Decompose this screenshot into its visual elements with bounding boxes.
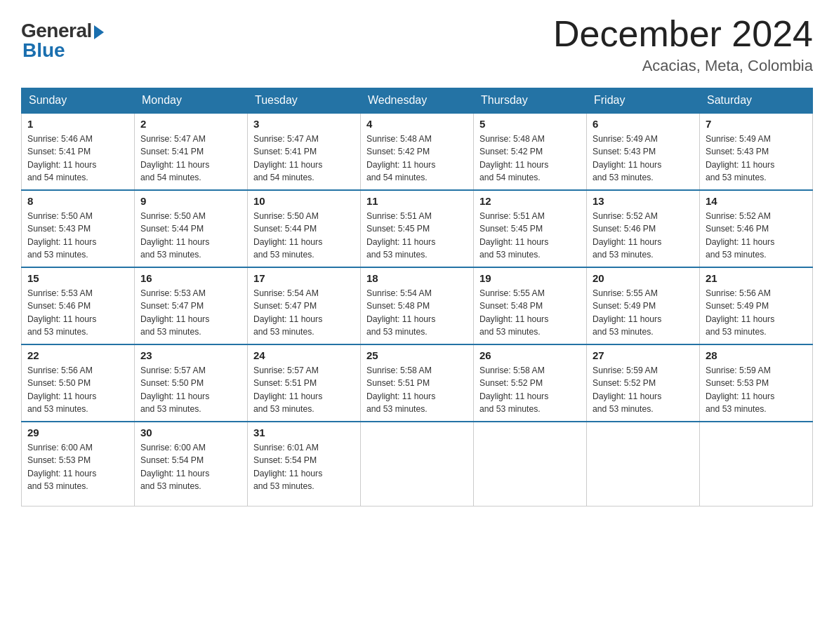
calendar-cell: 7Sunrise: 5:49 AMSunset: 5:43 PMDaylight… <box>700 113 813 190</box>
title-block: December 2024 Acacias, Meta, Colombia <box>553 14 813 75</box>
calendar-header-sunday: Sunday <box>22 88 135 114</box>
day-number: 30 <box>140 427 241 438</box>
day-info: Sunrise: 5:49 AMSunset: 5:43 PMDaylight:… <box>706 133 807 184</box>
calendar-cell <box>587 422 700 506</box>
calendar-cell: 8Sunrise: 5:50 AMSunset: 5:43 PMDaylight… <box>22 190 135 267</box>
day-number: 7 <box>706 118 807 130</box>
calendar-cell: 24Sunrise: 5:57 AMSunset: 5:51 PMDayligh… <box>248 344 361 422</box>
day-info: Sunrise: 5:59 AMSunset: 5:52 PMDaylight:… <box>593 364 694 415</box>
day-info: Sunrise: 5:55 AMSunset: 5:49 PMDaylight:… <box>593 287 694 338</box>
calendar-header-friday: Friday <box>587 88 700 114</box>
calendar-cell: 18Sunrise: 5:54 AMSunset: 5:48 PMDayligh… <box>361 267 474 344</box>
calendar-week-row: 22Sunrise: 5:56 AMSunset: 5:50 PMDayligh… <box>22 344 813 422</box>
day-info: Sunrise: 5:49 AMSunset: 5:43 PMDaylight:… <box>593 133 694 184</box>
day-number: 10 <box>253 195 355 207</box>
day-number: 17 <box>253 272 355 284</box>
day-info: Sunrise: 5:47 AMSunset: 5:41 PMDaylight:… <box>140 133 241 184</box>
calendar-cell: 12Sunrise: 5:51 AMSunset: 5:45 PMDayligh… <box>474 190 587 267</box>
calendar-header-tuesday: Tuesday <box>248 88 361 114</box>
day-info: Sunrise: 5:48 AMSunset: 5:42 PMDaylight:… <box>479 133 581 184</box>
day-info: Sunrise: 5:57 AMSunset: 5:50 PMDaylight:… <box>140 364 241 415</box>
day-number: 2 <box>140 118 241 130</box>
day-info: Sunrise: 5:59 AMSunset: 5:53 PMDaylight:… <box>706 364 807 415</box>
calendar-cell <box>474 422 587 506</box>
day-info: Sunrise: 5:52 AMSunset: 5:46 PMDaylight:… <box>706 210 807 261</box>
calendar-cell: 2Sunrise: 5:47 AMSunset: 5:41 PMDaylight… <box>135 113 248 190</box>
day-number: 11 <box>366 195 468 207</box>
logo: General Blue <box>21 20 104 62</box>
day-info: Sunrise: 5:52 AMSunset: 5:46 PMDaylight:… <box>593 210 694 261</box>
day-info: Sunrise: 5:48 AMSunset: 5:42 PMDaylight:… <box>366 133 468 184</box>
calendar-cell: 13Sunrise: 5:52 AMSunset: 5:46 PMDayligh… <box>587 190 700 267</box>
day-info: Sunrise: 6:00 AMSunset: 5:54 PMDaylight:… <box>140 441 241 492</box>
day-number: 1 <box>27 118 128 130</box>
location-title: Acacias, Meta, Colombia <box>553 57 813 75</box>
day-number: 25 <box>366 349 468 361</box>
day-info: Sunrise: 5:54 AMSunset: 5:48 PMDaylight:… <box>366 287 468 338</box>
day-info: Sunrise: 5:57 AMSunset: 5:51 PMDaylight:… <box>253 364 355 415</box>
day-info: Sunrise: 5:56 AMSunset: 5:50 PMDaylight:… <box>27 364 128 415</box>
day-number: 20 <box>593 272 694 284</box>
calendar-cell: 19Sunrise: 5:55 AMSunset: 5:48 PMDayligh… <box>474 267 587 344</box>
day-info: Sunrise: 6:00 AMSunset: 5:53 PMDaylight:… <box>27 441 128 492</box>
day-number: 3 <box>253 118 355 130</box>
calendar-cell: 23Sunrise: 5:57 AMSunset: 5:50 PMDayligh… <box>135 344 248 422</box>
day-info: Sunrise: 5:47 AMSunset: 5:41 PMDaylight:… <box>253 133 355 184</box>
day-info: Sunrise: 5:51 AMSunset: 5:45 PMDaylight:… <box>479 210 581 261</box>
day-number: 9 <box>140 195 241 207</box>
calendar-header-thursday: Thursday <box>474 88 587 114</box>
day-info: Sunrise: 5:58 AMSunset: 5:52 PMDaylight:… <box>479 364 581 415</box>
calendar-cell: 10Sunrise: 5:50 AMSunset: 5:44 PMDayligh… <box>248 190 361 267</box>
calendar-cell: 22Sunrise: 5:56 AMSunset: 5:50 PMDayligh… <box>22 344 135 422</box>
calendar-cell: 30Sunrise: 6:00 AMSunset: 5:54 PMDayligh… <box>135 422 248 506</box>
day-info: Sunrise: 5:53 AMSunset: 5:46 PMDaylight:… <box>27 287 128 338</box>
calendar-cell: 4Sunrise: 5:48 AMSunset: 5:42 PMDaylight… <box>361 113 474 190</box>
calendar-week-row: 1Sunrise: 5:46 AMSunset: 5:41 PMDaylight… <box>22 113 813 190</box>
calendar-cell: 15Sunrise: 5:53 AMSunset: 5:46 PMDayligh… <box>22 267 135 344</box>
month-title: December 2024 <box>553 14 813 54</box>
day-number: 14 <box>706 195 807 207</box>
calendar-cell: 29Sunrise: 6:00 AMSunset: 5:53 PMDayligh… <box>22 422 135 506</box>
day-number: 8 <box>27 195 128 207</box>
day-number: 5 <box>479 118 581 130</box>
day-number: 27 <box>593 349 694 361</box>
day-number: 23 <box>140 349 241 361</box>
calendar-cell <box>361 422 474 506</box>
logo-arrow-icon <box>94 25 104 39</box>
calendar-cell: 11Sunrise: 5:51 AMSunset: 5:45 PMDayligh… <box>361 190 474 267</box>
day-number: 29 <box>27 427 128 438</box>
calendar-header-saturday: Saturday <box>700 88 813 114</box>
day-number: 31 <box>253 427 355 438</box>
day-number: 19 <box>479 272 581 284</box>
day-info: Sunrise: 5:50 AMSunset: 5:44 PMDaylight:… <box>253 210 355 261</box>
day-number: 15 <box>27 272 128 284</box>
calendar-cell: 28Sunrise: 5:59 AMSunset: 5:53 PMDayligh… <box>700 344 813 422</box>
calendar-cell: 31Sunrise: 6:01 AMSunset: 5:54 PMDayligh… <box>248 422 361 506</box>
calendar-week-row: 15Sunrise: 5:53 AMSunset: 5:46 PMDayligh… <box>22 267 813 344</box>
calendar-cell <box>700 422 813 506</box>
calendar-cell: 25Sunrise: 5:58 AMSunset: 5:51 PMDayligh… <box>361 344 474 422</box>
calendar-cell: 14Sunrise: 5:52 AMSunset: 5:46 PMDayligh… <box>700 190 813 267</box>
day-number: 6 <box>593 118 694 130</box>
day-info: Sunrise: 5:53 AMSunset: 5:47 PMDaylight:… <box>140 287 241 338</box>
calendar-cell: 1Sunrise: 5:46 AMSunset: 5:41 PMDaylight… <box>22 113 135 190</box>
logo-blue-text: Blue <box>22 39 65 62</box>
day-info: Sunrise: 5:55 AMSunset: 5:48 PMDaylight:… <box>479 287 581 338</box>
day-info: Sunrise: 5:54 AMSunset: 5:47 PMDaylight:… <box>253 287 355 338</box>
day-number: 26 <box>479 349 581 361</box>
day-number: 12 <box>479 195 581 207</box>
day-number: 4 <box>366 118 468 130</box>
day-info: Sunrise: 5:50 AMSunset: 5:44 PMDaylight:… <box>140 210 241 261</box>
calendar-cell: 26Sunrise: 5:58 AMSunset: 5:52 PMDayligh… <box>474 344 587 422</box>
calendar-header-wednesday: Wednesday <box>361 88 474 114</box>
calendar-cell: 5Sunrise: 5:48 AMSunset: 5:42 PMDaylight… <box>474 113 587 190</box>
calendar-cell: 27Sunrise: 5:59 AMSunset: 5:52 PMDayligh… <box>587 344 700 422</box>
calendar-header-monday: Monday <box>135 88 248 114</box>
page-header: General Blue December 2024 Acacias, Meta… <box>21 14 813 75</box>
day-info: Sunrise: 5:56 AMSunset: 5:49 PMDaylight:… <box>706 287 807 338</box>
day-number: 22 <box>27 349 128 361</box>
day-number: 13 <box>593 195 694 207</box>
calendar-week-row: 29Sunrise: 6:00 AMSunset: 5:53 PMDayligh… <box>22 422 813 506</box>
calendar-cell: 20Sunrise: 5:55 AMSunset: 5:49 PMDayligh… <box>587 267 700 344</box>
day-info: Sunrise: 6:01 AMSunset: 5:54 PMDaylight:… <box>253 441 355 492</box>
